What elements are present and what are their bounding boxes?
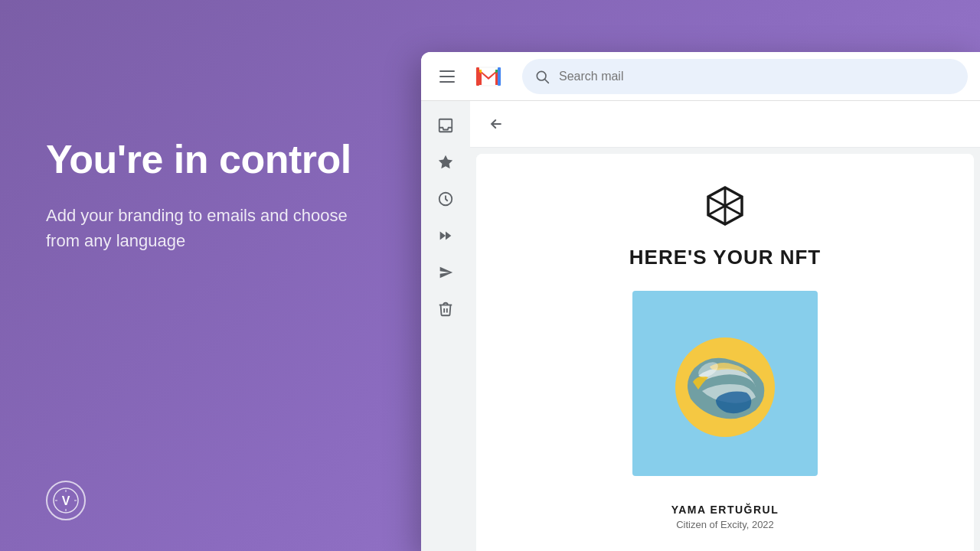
headline: You're in control — [46, 138, 368, 181]
gmail-logo — [473, 61, 504, 92]
sender-logo — [704, 184, 746, 227]
search-icon — [534, 69, 550, 84]
svg-rect-8 — [498, 67, 501, 86]
nft-image — [632, 291, 818, 476]
inbox-icon[interactable] — [430, 110, 461, 141]
gmail-topbar — [421, 52, 980, 101]
sphere-artwork — [656, 315, 794, 452]
nft-author-name: YAMA ERTUĞRUL — [488, 504, 962, 516]
logo-circle: V — [46, 481, 86, 520]
back-bar — [470, 101, 980, 148]
background: You're in control Add your branding to e… — [0, 0, 980, 551]
email-title: HERE'S YOUR NFT — [629, 246, 821, 269]
painted-sphere — [632, 291, 818, 476]
nft-author: YAMA ERTUĞRUL Citizen of Excity, 2022 — [476, 491, 974, 543]
trash-icon[interactable] — [430, 294, 461, 324]
snoozed-icon[interactable] — [430, 184, 461, 214]
email-detail: HERE'S YOUR NFT — [476, 154, 974, 551]
svg-marker-12 — [439, 155, 452, 168]
svg-rect-7 — [476, 67, 479, 86]
email-card: HERE'S YOUR NFT — [476, 154, 974, 551]
sent-icon[interactable] — [430, 257, 461, 288]
gmail-body: HERE'S YOUR NFT — [421, 101, 980, 551]
menu-button[interactable] — [433, 64, 461, 89]
search-input[interactable] — [559, 70, 956, 83]
gmail-window: HERE'S YOUR NFT — [421, 52, 980, 551]
search-bar[interactable] — [522, 59, 968, 94]
v-clock-icon: V — [52, 487, 80, 514]
nft-author-subtitle: Citizen of Excity, 2022 — [488, 519, 962, 530]
svg-line-17 — [725, 206, 742, 215]
left-panel: You're in control Add your branding to e… — [46, 138, 368, 253]
subtext: Add your branding to emails and choose f… — [46, 203, 368, 253]
svg-line-15 — [725, 197, 742, 206]
svg-line-10 — [545, 79, 549, 83]
gmail-sidebar — [421, 101, 470, 551]
email-content-area: HERE'S YOUR NFT — [470, 101, 980, 551]
starred-icon[interactable] — [430, 147, 461, 178]
email-inner: HERE'S YOUR NFT — [476, 154, 974, 491]
gmail-m-logo — [473, 61, 504, 92]
back-button[interactable] — [482, 110, 510, 138]
svg-line-16 — [708, 206, 725, 215]
important-icon[interactable] — [430, 220, 461, 251]
brand-logo: V — [46, 481, 86, 520]
svg-line-14 — [708, 197, 725, 206]
svg-text:V: V — [62, 494, 70, 507]
